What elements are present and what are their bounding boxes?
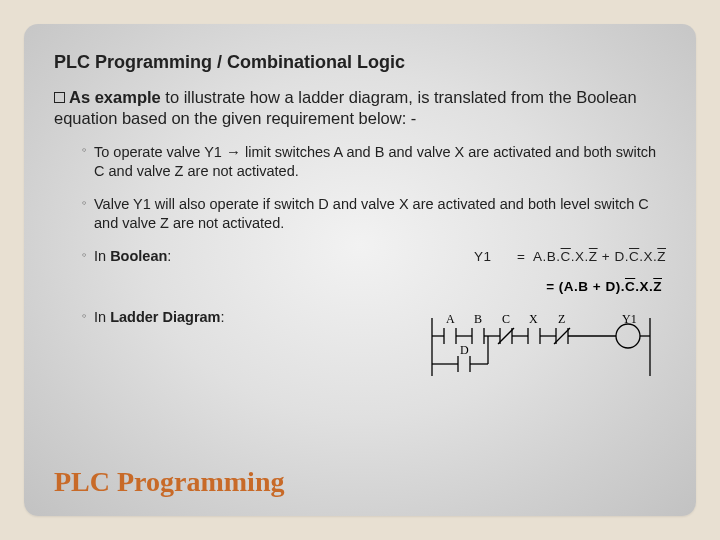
bullet-2: Valve Y1 will also operate if switch D a…	[82, 195, 666, 233]
bullet-boolean: In Boolean: Y1 = A.B.C.X.Z + D.C.X.Z	[82, 247, 666, 266]
boolean-equation-2: = (A.B + D).C.X.Z	[82, 279, 666, 294]
sub-bullet-list: To operate valve Y1 → limit switches A a…	[82, 142, 666, 380]
ladder-lbl-B: B	[474, 312, 482, 326]
bullet-1a: To operate valve Y1	[94, 144, 226, 160]
boolean-equation-1: Y1 = A.B.C.X.Z + D.C.X.Z	[171, 248, 666, 266]
ladder-lbl-Z: Z	[558, 312, 565, 326]
boolean-label: In Boolean:	[94, 247, 171, 266]
eq-rhs1: = A.B.C.X.Z + D.C.X.Z	[517, 249, 666, 264]
ladder-lbl-X: X	[529, 312, 538, 326]
ladder-label: In Ladder Diagram:	[94, 308, 225, 327]
bullet-1: To operate valve Y1 → limit switches A a…	[82, 142, 666, 181]
ladder-diagram-icon: A B C X Z Y1 D	[426, 308, 656, 380]
square-bullet-icon	[54, 92, 65, 103]
svg-point-21	[616, 324, 640, 348]
ladder-lbl-A: A	[446, 312, 455, 326]
eq-lhs: Y1	[474, 249, 492, 264]
ladder-lbl-D: D	[460, 343, 469, 357]
ladder-diagram-wrap: A B C X Z Y1 D	[225, 308, 666, 380]
bullet-ladder: In Ladder Diagram:	[82, 308, 666, 380]
ladder-lbl-C: C	[502, 312, 510, 326]
ladder-lbl-Y1: Y1	[622, 312, 637, 326]
slide-card: PLC Programming / Combinational Logic As…	[24, 24, 696, 516]
intro-paragraph: As example to illustrate how a ladder di…	[54, 87, 666, 128]
arrow-icon: →	[226, 143, 241, 160]
slide-title: PLC Programming / Combinational Logic	[54, 52, 666, 73]
intro-lead: As example	[69, 88, 161, 106]
footer-title: PLC Programming	[54, 466, 284, 498]
